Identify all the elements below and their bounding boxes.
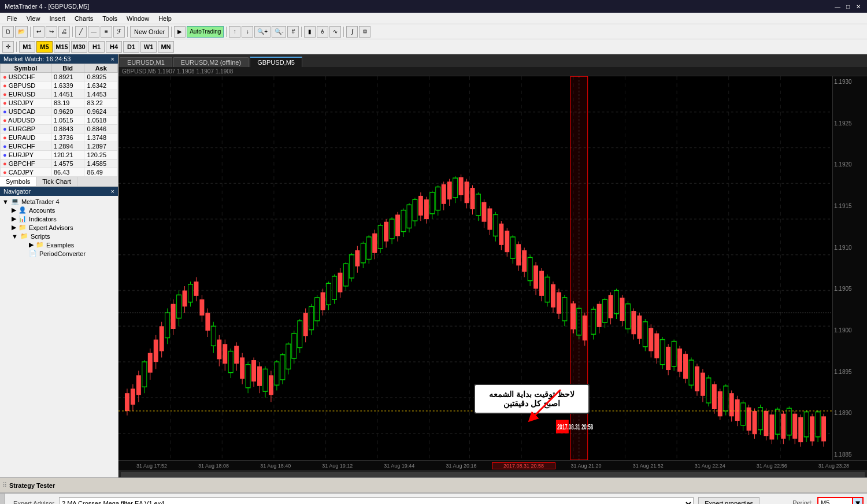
market-watch-row[interactable]: ● EURCHF1.28941.2897 <box>1 142 118 151</box>
tab-tick-chart[interactable]: Tick Chart <box>36 177 77 186</box>
svg-rect-203 <box>637 316 642 339</box>
menu-tools[interactable]: Tools <box>98 15 122 22</box>
fib-btn[interactable]: ℱ <box>113 26 125 38</box>
chart-tab-gbpusd-m5[interactable]: GBPUSD,M5 <box>250 57 302 67</box>
maximize-button[interactable]: □ <box>844 2 852 10</box>
crosshair-btn[interactable]: ✛ <box>2 41 14 53</box>
menu-help[interactable]: Help <box>154 15 176 22</box>
market-watch-close[interactable]: × <box>111 55 114 62</box>
chart-tab-eurusd-m2[interactable]: EURUSD,M2 (offline) <box>173 57 249 67</box>
tester-period-dropdown-btn[interactable]: ▼ <box>852 497 864 504</box>
time-label-9: 31 Aug 22:24 <box>679 463 741 469</box>
market-watch-row[interactable]: ● GBPCHF1.45751.4585 <box>1 160 118 168</box>
undo-btn[interactable]: ↩ <box>33 26 45 38</box>
tf-m5[interactable]: M5 <box>36 41 53 53</box>
line-chart-btn[interactable]: ∿ <box>329 26 341 38</box>
zoom-in-btn[interactable]: 🔍+ <box>254 26 271 38</box>
market-watch-row[interactable]: ● EURUSD1.44511.4453 <box>1 90 118 99</box>
market-watch-row[interactable]: ● AUDUSD1.05151.0518 <box>1 116 118 125</box>
nav-examples[interactable]: ▶ 📁 Examples <box>27 240 118 249</box>
market-watch-row[interactable]: ● EURJPY120.21120.25 <box>1 151 118 160</box>
chart-up-btn[interactable]: ↑ <box>229 26 240 38</box>
tab-symbols[interactable]: Symbols <box>0 177 36 186</box>
nav-indicators[interactable]: ▶ 📊 Indicators <box>9 214 118 223</box>
svg-rect-131 <box>430 192 435 214</box>
minimize-button[interactable]: — <box>833 2 842 10</box>
market-watch-header: Market Watch: 16:24:53 × <box>0 54 118 64</box>
menu-file[interactable]: File <box>2 15 22 22</box>
expert-btn[interactable]: ⚙ <box>359 26 370 38</box>
nav-accounts-expand-icon: ▶ <box>12 206 16 214</box>
line-btn[interactable]: ╱ <box>75 26 87 38</box>
market-watch-row[interactable]: ● GBPUSD1.63391.6342 <box>1 81 118 90</box>
svg-rect-231 <box>718 391 722 416</box>
time-label-11: 31 Aug 23:28 <box>803 463 865 469</box>
hline-btn[interactable]: — <box>88 26 99 38</box>
tester-resize-handle[interactable]: ⠿ <box>0 494 5 504</box>
tf-d1[interactable]: D1 <box>123 41 139 53</box>
chart-scroll-thumb[interactable] <box>121 472 865 477</box>
svg-rect-31 <box>142 362 147 387</box>
tf-m30[interactable]: M30 <box>71 41 87 53</box>
svg-rect-89 <box>309 306 314 329</box>
time-label-6: 31 Aug 20:16 <box>430 463 492 469</box>
tf-w1[interactable]: W1 <box>140 41 157 53</box>
svg-rect-25 <box>125 393 129 411</box>
market-watch-row[interactable]: ● USDCHF0.89210.8925 <box>1 73 118 81</box>
candlestick-area[interactable]: 2017.08.31 20:58 لاحظ توقيت بداية الشمعه… <box>118 76 832 460</box>
market-watch-row[interactable]: ● USDJPY83.1983.22 <box>1 99 118 108</box>
menu-charts[interactable]: Charts <box>70 15 98 22</box>
menu-view[interactable]: View <box>22 15 45 22</box>
tester-ea-dropdown[interactable]: 2 MA Crosses Mega filter EA V1.ex4 <box>59 497 694 504</box>
nav-root[interactable]: ▼ 💻 MetaTrader 4 <box>0 197 118 206</box>
redo-btn[interactable]: ↪ <box>46 26 57 38</box>
market-watch-row[interactable]: ● EURGBP0.88430.8846 <box>1 125 118 134</box>
svg-rect-43 <box>177 295 181 318</box>
close-button[interactable]: ✕ <box>854 2 862 10</box>
svg-rect-35 <box>154 340 158 362</box>
tf-m1[interactable]: M1 <box>19 41 35 53</box>
print-btn[interactable]: 🖨 <box>58 26 70 38</box>
tf-h4[interactable]: H4 <box>106 41 122 53</box>
bar-chart-btn[interactable]: ▮ <box>304 26 316 38</box>
nav-accounts[interactable]: ▶ 👤 Accounts <box>9 206 118 214</box>
grid-btn[interactable]: # <box>287 26 299 38</box>
autotrading-button[interactable]: AutoTrading <box>187 26 224 38</box>
expert-properties-button[interactable]: Expert properties <box>698 497 759 504</box>
candle-btn[interactable]: 🕯 <box>317 26 328 38</box>
menu-window[interactable]: Window <box>122 15 154 22</box>
tf-mn[interactable]: MN <box>158 41 174 53</box>
mw-ask: 1.0518 <box>84 116 118 125</box>
zoom-out-btn[interactable]: 🔍- <box>272 26 286 38</box>
open-btn[interactable]: 📂 <box>15 26 28 38</box>
tf-h1[interactable]: H1 <box>88 41 105 53</box>
channel-btn[interactable]: ≡ <box>101 26 112 38</box>
svg-line-274 <box>532 390 561 418</box>
nav-scripts[interactable]: ▼ 📁 Scripts <box>9 232 118 240</box>
nav-examples-folder-icon: 📁 <box>36 241 44 249</box>
svg-rect-251 <box>775 409 780 434</box>
nav-period-converter[interactable]: 📄 PeriodConverter <box>27 249 118 258</box>
chart-scrollbar[interactable] <box>118 470 867 477</box>
svg-rect-239 <box>741 403 746 425</box>
price-axis: 1.1930 1.1925 1.1920 1.1915 1.1910 1.190… <box>832 76 867 460</box>
tf-m15[interactable]: M15 <box>54 41 70 53</box>
market-watch-row[interactable]: ● USDCAD0.96200.9624 <box>1 108 118 116</box>
price-level-9: 1.1890 <box>834 410 866 416</box>
navigator-close[interactable]: × <box>111 188 114 195</box>
svg-rect-249 <box>769 414 774 439</box>
chart-tab-eurusd-m1[interactable]: EURUSD,M1 <box>120 57 172 67</box>
new-btn[interactable]: 🗋 <box>2 26 14 38</box>
market-watch-row[interactable]: ● EURAUD1.37361.3748 <box>1 134 118 142</box>
indicator-btn[interactable]: ∫ <box>346 26 358 38</box>
sep2 <box>72 27 73 37</box>
autotrading-icon[interactable]: ▶ <box>174 26 186 38</box>
menu-insert[interactable]: Insert <box>45 15 70 22</box>
mw-bid: 1.3736 <box>51 134 84 142</box>
market-watch-row[interactable]: ● CADJPY86.4386.49 <box>1 168 118 177</box>
nav-expert-advisors[interactable]: ▶ 📁 Expert Advisors <box>9 223 118 232</box>
chart-down-btn[interactable]: ↓ <box>242 26 253 38</box>
new-order-button[interactable]: New Order <box>130 26 169 38</box>
resize-handle[interactable]: ⠿ <box>2 481 7 489</box>
svg-rect-193 <box>609 295 613 318</box>
